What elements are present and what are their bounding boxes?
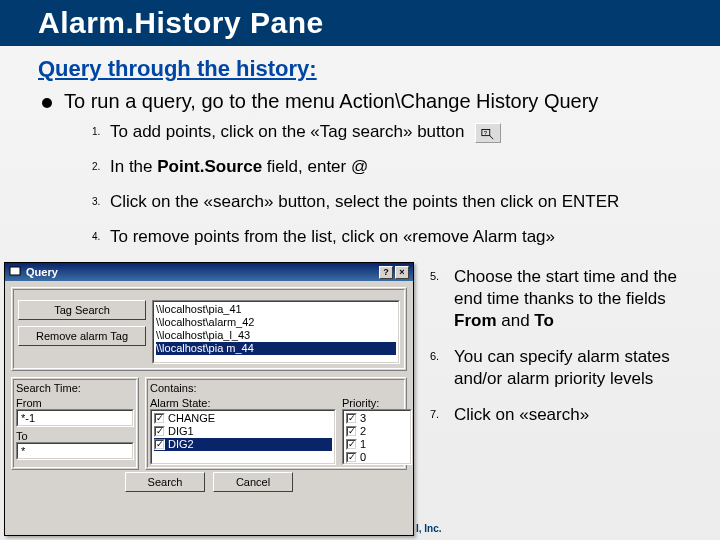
query-dialog: Query ? × Tag Search Remove alarm Tag \\… <box>4 262 414 536</box>
step-num: 2. <box>92 156 110 172</box>
tag-search-button[interactable]: Tag Search <box>18 300 146 320</box>
list-item[interactable]: \\localhost\pia_41 <box>156 303 396 316</box>
steps-top: 1. To add points, click on the «Tag sear… <box>92 121 720 249</box>
step-1-text: To add points, click on the «Tag search»… <box>110 122 464 141</box>
close-button[interactable]: × <box>395 266 409 279</box>
step-text: Click on the «search» button, select the… <box>110 191 720 214</box>
search-button[interactable]: Search <box>125 472 205 492</box>
lower-area: Query ? × Tag Search Remove alarm Tag \\… <box>0 256 720 540</box>
title-bar: Alarm.History Pane <box>0 0 720 46</box>
step-5: 5. Choose the start time and the end tim… <box>430 266 702 332</box>
tags-groupbox: Tag Search Remove alarm Tag \\localhost\… <box>11 287 407 371</box>
priority-item[interactable]: ✓1 <box>346 438 408 451</box>
state-item[interactable]: ✓DIG2 <box>154 438 332 451</box>
priority-item[interactable]: ✓2 <box>346 425 408 438</box>
help-button[interactable]: ? <box>379 266 393 279</box>
step-text: In the Point.Source field, enter @ <box>110 156 720 179</box>
filters-row: Search Time: From *-1 To * Contains: Ala… <box>11 377 407 470</box>
step-num: 6. <box>430 346 454 362</box>
step-num: 1. <box>92 121 110 137</box>
priority-item[interactable]: ✓0 <box>346 451 408 464</box>
dialog-title: Query <box>26 266 58 278</box>
to-label: To <box>16 430 134 442</box>
list-item[interactable]: \\localhost\pia m_44 <box>156 342 396 355</box>
tag-listbox[interactable]: \\localhost\pia_41 \\localhost\alarm_42 … <box>152 300 400 364</box>
priority-item[interactable]: ✓3 <box>346 412 408 425</box>
list-item[interactable]: \\localhost\pia_l_43 <box>156 329 396 342</box>
step-3: 3. Click on the «search» button, select … <box>92 191 720 214</box>
state-item[interactable]: ✓DIG1 <box>154 425 332 438</box>
remove-alarm-tag-button[interactable]: Remove alarm Tag <box>18 326 146 346</box>
alarm-state-list[interactable]: ✓CHANGE ✓DIG1 ✓DIG2 <box>150 409 336 465</box>
search-time-panel: Search Time: From *-1 To * <box>11 377 139 470</box>
step-text: You can specify alarm states and/or alar… <box>454 346 702 390</box>
step-text: Click on «search» <box>454 404 702 426</box>
dialog-buttons: Search Cancel <box>11 472 407 492</box>
step-text: To add points, click on the «Tag search»… <box>110 121 720 144</box>
priority-list[interactable]: ✓3 ✓2 ✓1 ✓0 <box>342 409 412 465</box>
svg-line-1 <box>490 135 494 139</box>
step-6: 6. You can specify alarm states and/or a… <box>430 346 702 390</box>
svg-rect-3 <box>10 267 20 275</box>
step-text: Choose the start time and the end time t… <box>454 266 702 332</box>
bullet-disc <box>42 98 52 108</box>
cancel-button[interactable]: Cancel <box>213 472 293 492</box>
step-num: 5. <box>430 266 454 282</box>
step-4: 4. To remove points from the list, click… <box>92 226 720 249</box>
app-icon <box>9 266 23 278</box>
list-item[interactable]: \\localhost\alarm_42 <box>156 316 396 329</box>
search-time-label: Search Time: <box>16 382 134 394</box>
footer-text: I, Inc. <box>416 523 442 534</box>
contains-label: Contains: <box>150 382 402 394</box>
step-7: 7. Click on «search» <box>430 404 702 426</box>
step-num: 7. <box>430 404 454 420</box>
page-title: Alarm.History Pane <box>38 6 720 40</box>
lead-bullet: To run a query, go to the menu Action\Ch… <box>42 90 720 113</box>
lead-text: To run a query, go to the menu Action\Ch… <box>64 90 598 113</box>
steps-right: 5. Choose the start time and the end tim… <box>430 266 702 441</box>
alarm-state-label: Alarm State: <box>150 397 336 409</box>
step-2: 2. In the Point.Source field, enter @ <box>92 156 720 179</box>
dialog-titlebar[interactable]: Query ? × <box>5 263 413 281</box>
step-text: To remove points from the list, click on… <box>110 226 720 249</box>
step-1: 1. To add points, click on the «Tag sear… <box>92 121 720 144</box>
step-num: 3. <box>92 191 110 207</box>
contains-panel: Contains: Alarm State: ✓CHANGE ✓DIG1 ✓DI… <box>145 377 407 470</box>
from-field[interactable]: *-1 <box>16 409 134 427</box>
to-field[interactable]: * <box>16 442 134 460</box>
priority-label: Priority: <box>342 397 402 409</box>
svg-text:?: ? <box>484 128 488 135</box>
state-item[interactable]: ✓CHANGE <box>154 412 332 425</box>
step-num: 4. <box>92 226 110 242</box>
subtitle: Query through the history: <box>38 56 720 82</box>
slide: Alarm.History Pane Query through the his… <box>0 0 720 540</box>
tag-search-icon-inline: ? <box>475 123 501 143</box>
from-label: From <box>16 397 134 409</box>
dialog-body: Tag Search Remove alarm Tag \\localhost\… <box>5 281 413 498</box>
